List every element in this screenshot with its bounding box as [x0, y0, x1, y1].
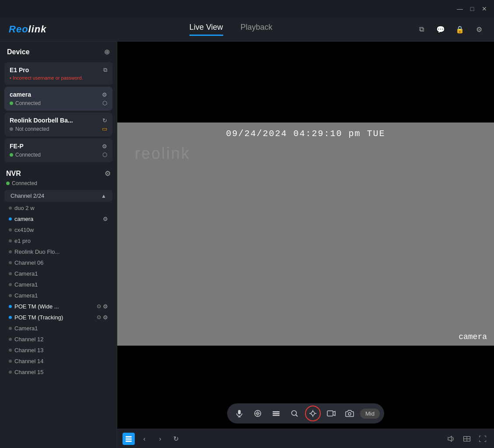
cx410w-label: cx410w — [14, 227, 34, 233]
channel-item-camera[interactable]: camera ⚙ — [0, 214, 117, 224]
cam1c-dot — [9, 294, 12, 297]
poetm-tracking-icon1[interactable]: ⊙ — [97, 314, 101, 321]
doorbell-sync-icon[interactable]: ↻ — [102, 117, 107, 124]
fep-status-row: Connected ⬡ — [10, 151, 107, 158]
ch13-dot — [9, 349, 12, 352]
cam1d-dot — [9, 327, 12, 330]
svg-rect-17 — [327, 411, 333, 416]
mic-button[interactable] — [231, 406, 247, 421]
minimize-button[interactable]: — — [455, 4, 464, 13]
device-card-doorbell[interactable]: Reolink Doorbell Ba... ↻ Not connected ▭ — [4, 112, 112, 136]
next-button[interactable]: › — [154, 433, 166, 445]
poetm-wide-icons: ⊙ ⚙ — [97, 303, 108, 310]
poetm-wide-icon1[interactable]: ⊙ — [97, 303, 101, 310]
maximize-button[interactable]: □ — [468, 4, 476, 13]
camera-channel-settings[interactable]: ⚙ — [103, 216, 108, 222]
channel-item-cam1b[interactable]: Camera1 — [0, 279, 117, 290]
ch06-dot — [9, 261, 12, 264]
channel-item-ch14[interactable]: Channel 14 — [0, 356, 117, 367]
list-view-button[interactable] — [123, 433, 135, 445]
cam1c-label: Camera1 — [14, 292, 38, 299]
doorbell-battery-icon[interactable]: ▭ — [102, 126, 107, 132]
camera-settings-icon[interactable]: ⚙ — [102, 91, 107, 98]
fep-stream-icon[interactable]: ⬡ — [102, 151, 107, 158]
poetm-tracking-settings[interactable]: ⚙ — [103, 314, 108, 321]
ptz-button[interactable] — [305, 406, 321, 421]
channel-item-e1pro[interactable]: e1 pro — [0, 235, 117, 246]
svg-rect-9 — [273, 415, 280, 416]
logo: Reolink — [9, 24, 46, 35]
device-card-camera[interactable]: camera ⚙ Connected ⬡ — [4, 87, 112, 111]
e1pro-external-icon[interactable]: ⧉ — [103, 66, 107, 74]
camera-channel-dot — [9, 217, 12, 220]
channel-item-cx410w[interactable]: cx410w — [0, 224, 117, 235]
channel-item-duoflo[interactable]: Reolink Duo Flo... — [0, 246, 117, 257]
volume-button[interactable] — [445, 433, 457, 445]
nvr-section: NVR ⚙ Connected Channel 2/24 ▲ duo 2 w c… — [0, 165, 117, 378]
channel-item-poetm-wide[interactable]: POE TM (Wide ... ⊙ ⚙ — [0, 301, 117, 312]
channel-item-poetm-tracking[interactable]: POE TM (Tracking) ⊙ ⚙ — [0, 312, 117, 323]
prev-button[interactable]: ‹ — [138, 433, 151, 445]
nvr-status-dot — [6, 182, 10, 185]
add-device-icon[interactable]: ⊕ — [104, 48, 110, 56]
record-button[interactable] — [323, 406, 339, 421]
video-feed[interactable]: 09/24/2024 04:29:10 pm TUE reolink camer… — [117, 122, 494, 346]
e1pro-channel-label: e1 pro — [14, 238, 31, 244]
channel-item-cam1c[interactable]: Camera1 — [0, 290, 117, 301]
camera-channel-label: camera — [14, 216, 33, 222]
fep-settings-icon[interactable]: ⚙ — [102, 143, 107, 150]
channel-item-duo2w[interactable]: duo 2 w — [0, 203, 117, 214]
channel-item-cam1d[interactable]: Camera1 — [0, 323, 117, 334]
doorbell-status-dot — [10, 127, 13, 131]
bottom-right — [445, 433, 489, 445]
channel-collapse-icon[interactable]: ▲ — [101, 193, 106, 199]
channel-item-ch13[interactable]: Channel 13 — [0, 345, 117, 356]
lock-icon[interactable]: 🔒 — [454, 23, 466, 35]
quality-button[interactable]: Mid — [360, 409, 380, 419]
close-button[interactable]: ✕ — [480, 4, 489, 13]
chat-icon[interactable]: 💬 — [434, 23, 447, 35]
channel-item-ch06[interactable]: Channel 06 — [0, 257, 117, 268]
poetm-tracking-label: POE TM (Tracking) — [14, 314, 63, 321]
video-camera-label: camera — [459, 332, 487, 341]
nvr-status-row: Connected — [0, 179, 117, 189]
tab-live-view[interactable]: Live View — [189, 23, 223, 36]
cx410w-dot — [9, 228, 12, 231]
header: Reolink Live View Playback ⧉ 💬 🔒 ⚙ — [0, 18, 494, 42]
cam1a-label: Camera1 — [14, 270, 38, 277]
nvr-settings-icon[interactable]: ⚙ — [105, 169, 111, 178]
ch14-label: Channel 14 — [14, 358, 44, 364]
toolbar: Mid — [117, 398, 494, 429]
device-card-fep[interactable]: FE-P ⚙ Connected ⬡ — [4, 138, 112, 162]
cam1d-label: Camera1 — [14, 325, 38, 332]
channel-header[interactable]: Channel 2/24 ▲ — [4, 190, 112, 202]
channel-item-ch12[interactable]: Channel 12 — [0, 334, 117, 345]
stream-button[interactable] — [268, 406, 284, 421]
device-section-title: Device — [7, 48, 30, 56]
zoom-button[interactable] — [287, 406, 302, 421]
fullscreen-button[interactable] — [476, 433, 489, 445]
fep-header: FE-P ⚙ — [10, 143, 107, 150]
refresh-button[interactable]: ↻ — [170, 433, 182, 445]
video-area: 09/24/2024 04:29:10 pm TUE reolink camer… — [117, 42, 494, 398]
channel-item-cam1a[interactable]: Camera1 — [0, 268, 117, 279]
svg-point-12 — [311, 412, 315, 415]
channel-item-ch15[interactable]: Channel 15 — [0, 367, 117, 378]
camera-stream-icon[interactable]: ⬡ — [102, 100, 107, 106]
content: 09/24/2024 04:29:10 pm TUE reolink camer… — [117, 42, 494, 448]
poetm-wide-settings[interactable]: ⚙ — [103, 303, 108, 310]
device-card-e1pro[interactable]: E1 Pro ⧉ • Incorrect username or passwor… — [4, 62, 112, 85]
screen-share-icon[interactable]: ⧉ — [415, 23, 427, 35]
display-mode-button[interactable] — [461, 433, 473, 445]
titlebar: — □ ✕ — [0, 0, 494, 18]
camera-name: camera — [10, 91, 31, 98]
cam1b-dot — [9, 283, 12, 286]
video-timestamp: 09/24/2024 04:29:10 pm TUE — [117, 122, 494, 139]
settings-icon[interactable]: ⚙ — [473, 23, 485, 35]
e1pro-channel-dot — [9, 239, 12, 242]
tab-playback[interactable]: Playback — [241, 23, 273, 36]
fisheye-button[interactable] — [250, 406, 266, 421]
ch12-label: Channel 12 — [14, 336, 44, 343]
svg-rect-0 — [238, 410, 241, 414]
snapshot-button[interactable] — [342, 406, 357, 421]
